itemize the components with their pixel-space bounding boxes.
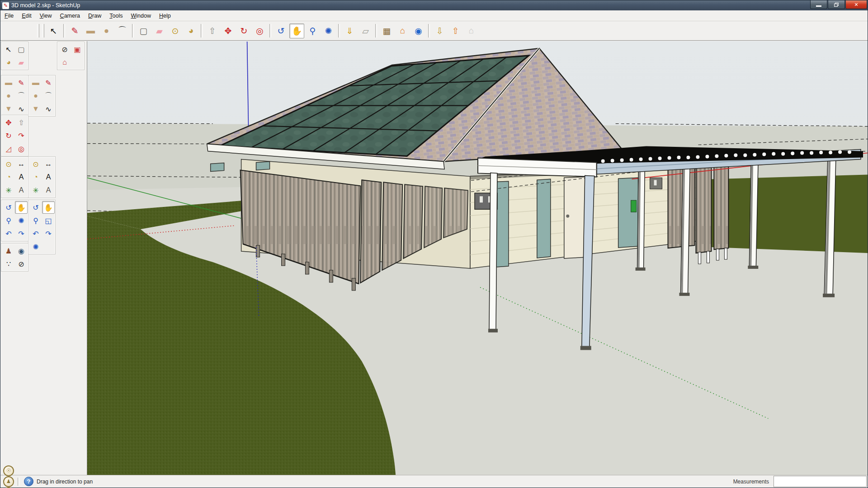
window-left-2[interactable] [211, 163, 224, 171]
tool-pan[interactable]: ✋ [42, 201, 55, 214]
tool-look-around[interactable]: ◉ [15, 244, 28, 257]
menu-draw[interactable]: Draw [84, 11, 105, 20]
tool-eraser[interactable]: ▰ [15, 56, 28, 69]
tool-move[interactable]: ✥ [2, 116, 15, 129]
tool-zoom[interactable]: ⚲ [305, 23, 320, 38]
menu-help[interactable]: Help [155, 11, 175, 20]
tool-rectangle[interactable]: ▬ [2, 76, 15, 89]
tool-share-component[interactable]: ⌂ [464, 23, 479, 38]
toolbar-drag-handle[interactable] [37, 24, 39, 38]
tool-text[interactable]: A [42, 171, 55, 183]
tool-get-current-view[interactable]: ⇓ [342, 23, 357, 38]
menu-window[interactable]: Window [127, 11, 155, 20]
tool-protractor[interactable]: ◔ [2, 171, 15, 183]
tool-walk[interactable]: ∵ [2, 258, 15, 270]
measurements-input[interactable] [774, 476, 867, 487]
tool-rotate[interactable]: ↻ [236, 23, 251, 38]
tool-rotate[interactable]: ↻ [2, 129, 15, 142]
tool-zoom-extents[interactable]: ✺ [321, 23, 336, 38]
credits-icon[interactable]: ♟ [3, 476, 14, 487]
tool-freehand[interactable]: ∿ [15, 103, 28, 115]
tool-circle[interactable]: ● [29, 89, 42, 102]
tool-get-models[interactable]: ⇩ [432, 23, 447, 38]
menu-edit[interactable]: Edit [18, 11, 36, 20]
tool-dimension[interactable]: ↔ [15, 158, 28, 170]
tool-offset[interactable]: ◎ [15, 142, 28, 155]
tool-section-plane[interactable]: ⊘ [15, 258, 28, 270]
tool-zoom-window[interactable]: ◱ [42, 214, 55, 227]
tool-circle[interactable]: ● [2, 89, 15, 102]
tool-tape-measure[interactable]: ⊙ [2, 158, 15, 170]
tool-arc[interactable]: ⌒ [15, 89, 28, 102]
tool-google-earth[interactable]: ◉ [411, 23, 426, 38]
tool-section-plane[interactable]: ⊘ [58, 43, 71, 56]
tool-select[interactable]: ↖ [2, 43, 15, 56]
tool-zoom-previous[interactable]: ↶ [2, 227, 15, 240]
tool-arc[interactable]: ⌒ [115, 23, 130, 38]
tool-zoom-previous[interactable]: ↶ [29, 227, 42, 240]
menu-view[interactable]: View [36, 11, 56, 20]
toolbar-drag-handle[interactable] [42, 24, 44, 38]
tool-make-component[interactable]: ▢ [15, 43, 28, 56]
tool-position-camera[interactable]: ♟ [2, 244, 15, 257]
tool-move[interactable]: ✥ [221, 23, 236, 38]
tool-dimension[interactable]: ↔ [42, 158, 55, 170]
tool-pan[interactable]: ✋ [15, 201, 28, 214]
tool-orbit[interactable]: ↺ [2, 201, 15, 214]
tool-photo-textures[interactable]: ▦ [379, 23, 394, 38]
tool-3d-text[interactable]: A [42, 184, 55, 197]
tool-circle[interactable]: ● [99, 23, 114, 38]
geolocation-icon[interactable]: ☉ [3, 465, 14, 476]
tool-paint-bucket[interactable]: ◕ [184, 23, 198, 38]
tool-zoom-next[interactable]: ↷ [15, 227, 28, 240]
help-icon[interactable]: ? [24, 477, 33, 486]
tool-toggle-terrain[interactable]: ▱ [358, 23, 373, 38]
tool-push-pull[interactable]: ⇧ [205, 23, 220, 38]
menu-file[interactable]: File [0, 11, 18, 20]
menu-camera[interactable]: Camera [56, 11, 84, 20]
tool-axes[interactable]: ✳ [29, 184, 42, 197]
tool-zoom[interactable]: ⚲ [2, 214, 15, 227]
tool-eraser[interactable]: ▰ [152, 23, 167, 38]
tool-zoom-extents[interactable]: ✺ [15, 214, 28, 227]
window-left-1[interactable] [256, 161, 270, 170]
tool-tape-measure[interactable]: ⊙ [29, 158, 42, 170]
minimize-button[interactable] [810, 0, 827, 9]
tool-polygon[interactable]: ▼ [2, 103, 15, 115]
green-fixture[interactable] [631, 200, 637, 212]
tool-offset[interactable]: ◎ [252, 23, 267, 38]
tool-rectangle[interactable]: ▬ [29, 76, 42, 89]
tool-arc[interactable]: ⌒ [42, 89, 55, 102]
tool-make-component[interactable]: ▢ [136, 23, 151, 38]
tool-display-section-cuts[interactable]: ⌂ [58, 56, 71, 69]
tool-line[interactable]: ✎ [15, 76, 28, 89]
tool-paint-bucket[interactable]: ◕ [2, 56, 15, 69]
tool-axes[interactable]: ✳ [2, 184, 15, 197]
tool-orbit[interactable]: ↺ [29, 201, 42, 214]
tool-line[interactable]: ✎ [42, 76, 55, 89]
tool-zoom[interactable]: ⚲ [29, 214, 42, 227]
tool-add-building[interactable]: ⌂ [395, 23, 410, 38]
tool-share-model[interactable]: ⇧ [448, 23, 463, 38]
tool-push-pull[interactable]: ⇧ [15, 116, 28, 129]
pergola-post-front[interactable] [489, 173, 497, 331]
menu-tools[interactable]: Tools [105, 11, 127, 20]
tool-polygon[interactable]: ▼ [29, 103, 42, 115]
door-knob[interactable] [566, 215, 569, 218]
tool-3d-text[interactable]: A [15, 184, 28, 197]
door-teal-3[interactable] [618, 178, 638, 248]
title-bar[interactable]: ✎ 3D model 2.skp - SketchUp ✕ [0, 0, 868, 10]
restore-button[interactable] [828, 0, 845, 9]
viewport-canvas[interactable] [87, 41, 868, 475]
tool-zoom-next[interactable]: ↷ [42, 227, 55, 240]
tool-orbit[interactable]: ↺ [274, 23, 288, 38]
tool-protractor[interactable]: ◔ [29, 171, 42, 183]
tool-follow-me[interactable]: ↷ [15, 129, 28, 142]
tool-rectangle[interactable]: ▬ [83, 23, 98, 38]
tool-line[interactable]: ✎ [67, 23, 82, 38]
tool-scale[interactable]: ◿ [2, 142, 15, 155]
tool-pan[interactable]: ✋ [289, 23, 304, 38]
close-button[interactable]: ✕ [845, 0, 867, 9]
tool-freehand[interactable]: ∿ [42, 103, 55, 115]
tool-text[interactable]: A [15, 171, 28, 183]
